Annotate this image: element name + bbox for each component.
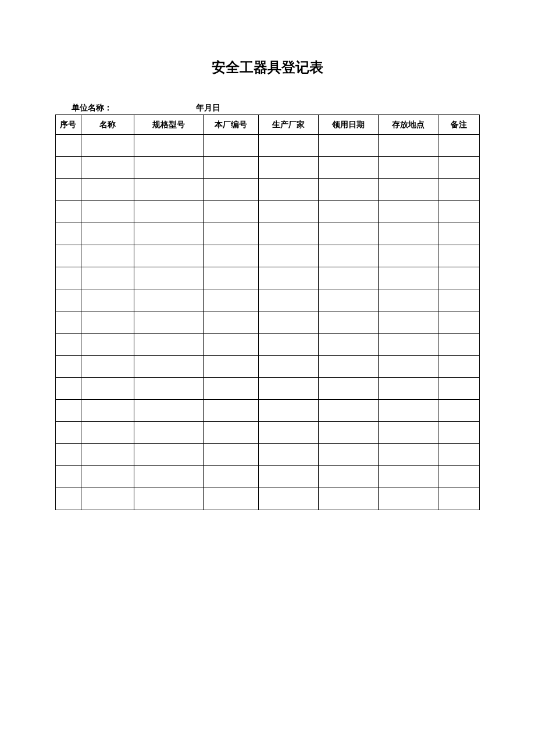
cell-mfr: [258, 334, 318, 356]
table-row: [56, 488, 480, 510]
col-seq: 序号: [56, 115, 81, 135]
cell-note: [438, 378, 479, 400]
col-facno: 本厂编号: [203, 115, 258, 135]
col-model: 规格型号: [134, 115, 203, 135]
cell-loc: [378, 311, 438, 334]
cell-fac_no: [203, 201, 258, 223]
cell-mfr: [258, 466, 318, 488]
cell-loc: [378, 466, 438, 488]
cell-name: [81, 245, 134, 267]
cell-name: [81, 466, 134, 488]
cell-mfr: [258, 488, 318, 510]
col-date: 领用日期: [318, 115, 378, 135]
col-mfr: 生产厂家: [258, 115, 318, 135]
col-name: 名称: [81, 115, 134, 135]
cell-seq: [56, 157, 81, 179]
cell-seq: [56, 422, 81, 444]
cell-note: [438, 444, 479, 466]
cell-date: [318, 422, 378, 444]
cell-name: [81, 201, 134, 223]
cell-seq: [56, 400, 81, 422]
cell-name: [81, 179, 134, 201]
cell-date: [318, 267, 378, 289]
page-title: 安全工器具登记表: [55, 58, 480, 77]
cell-mfr: [258, 157, 318, 179]
cell-loc: [378, 356, 438, 378]
cell-mfr: [258, 289, 318, 311]
cell-mfr: [258, 223, 318, 245]
cell-seq: [56, 223, 81, 245]
cell-date: [318, 179, 378, 201]
cell-date: [318, 488, 378, 510]
cell-name: [81, 378, 134, 400]
cell-seq: [56, 444, 81, 466]
cell-name: [81, 356, 134, 378]
cell-seq: [56, 135, 81, 157]
cell-seq: [56, 378, 81, 400]
cell-loc: [378, 135, 438, 157]
cell-seq: [56, 201, 81, 223]
cell-loc: [378, 267, 438, 289]
register-table: 序号 名称 规格型号 本厂编号 生产厂家 领用日期 存放地点 备注: [55, 114, 480, 510]
cell-loc: [378, 201, 438, 223]
cell-note: [438, 400, 479, 422]
cell-date: [318, 400, 378, 422]
cell-name: [81, 289, 134, 311]
cell-name: [81, 444, 134, 466]
cell-seq: [56, 356, 81, 378]
cell-date: [318, 245, 378, 267]
cell-model: [134, 378, 203, 400]
cell-note: [438, 289, 479, 311]
date-label: 年月日: [196, 103, 220, 113]
cell-note: [438, 245, 479, 267]
cell-loc: [378, 179, 438, 201]
cell-seq: [56, 179, 81, 201]
cell-date: [318, 356, 378, 378]
cell-fac_no: [203, 289, 258, 311]
cell-seq: [56, 245, 81, 267]
col-loc: 存放地点: [378, 115, 438, 135]
cell-note: [438, 488, 479, 510]
table-row: [56, 466, 480, 488]
cell-date: [318, 311, 378, 334]
cell-seq: [56, 488, 81, 510]
cell-model: [134, 245, 203, 267]
cell-fac_no: [203, 444, 258, 466]
cell-note: [438, 267, 479, 289]
cell-model: [134, 488, 203, 510]
cell-mfr: [258, 422, 318, 444]
cell-date: [318, 334, 378, 356]
cell-loc: [378, 245, 438, 267]
table-body: [56, 135, 480, 510]
cell-loc: [378, 422, 438, 444]
cell-date: [318, 201, 378, 223]
cell-fac_no: [203, 488, 258, 510]
cell-date: [318, 289, 378, 311]
cell-model: [134, 289, 203, 311]
cell-mfr: [258, 179, 318, 201]
cell-mfr: [258, 378, 318, 400]
cell-loc: [378, 400, 438, 422]
table-row: [56, 334, 480, 356]
cell-model: [134, 444, 203, 466]
cell-loc: [378, 157, 438, 179]
cell-note: [438, 466, 479, 488]
cell-fac_no: [203, 157, 258, 179]
table-row: [56, 444, 480, 466]
cell-model: [134, 267, 203, 289]
cell-model: [134, 179, 203, 201]
cell-fac_no: [203, 245, 258, 267]
cell-seq: [56, 267, 81, 289]
table-row: [56, 179, 480, 201]
cell-fac_no: [203, 179, 258, 201]
cell-mfr: [258, 356, 318, 378]
cell-loc: [378, 334, 438, 356]
cell-date: [318, 157, 378, 179]
cell-note: [438, 223, 479, 245]
table-row: [56, 135, 480, 157]
table-row: [56, 311, 480, 334]
cell-model: [134, 334, 203, 356]
cell-note: [438, 311, 479, 334]
col-note: 备注: [438, 115, 479, 135]
cell-loc: [378, 488, 438, 510]
